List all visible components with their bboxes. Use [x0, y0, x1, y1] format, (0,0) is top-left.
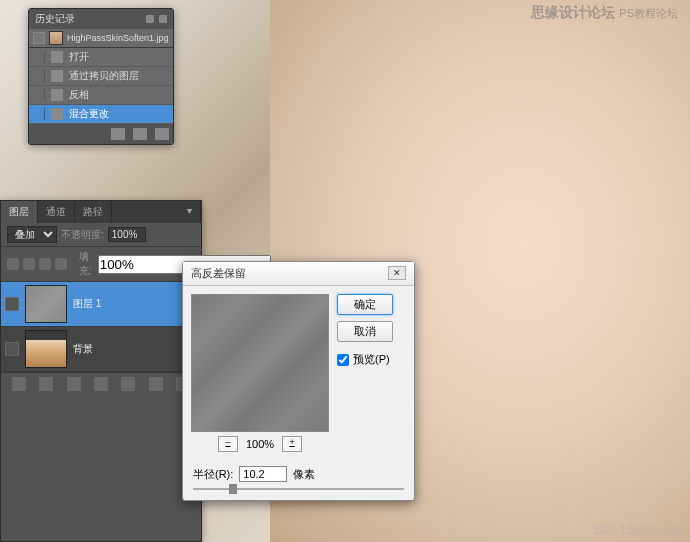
layer-row[interactable]: 背景 🔒 — [1, 327, 201, 372]
history-gutter — [33, 51, 45, 63]
layer-name[interactable]: 背景 — [73, 342, 93, 356]
visibility-toggle-icon[interactable] — [5, 342, 19, 356]
history-item[interactable]: 通过拷贝的图层 — [29, 67, 173, 86]
layer-thumbnail[interactable] — [25, 330, 67, 368]
watermark-top: 思缘设计论坛 PS教程论坛 — [531, 4, 678, 22]
link-layers-icon[interactable] — [12, 377, 26, 391]
slider-thumb[interactable] — [229, 484, 237, 494]
collapse-icon[interactable] — [146, 15, 154, 23]
history-gutter — [33, 70, 45, 82]
watermark-sub: PS教程论坛 — [619, 7, 678, 19]
history-gutter — [33, 89, 45, 101]
layer-style-icon[interactable] — [39, 377, 53, 391]
filter-preview[interactable] — [191, 294, 329, 432]
delete-icon[interactable] — [155, 128, 169, 140]
radius-unit: 像素 — [293, 467, 315, 482]
highpass-dialog: 高反差保留 ✕ – 100% + 确定 取消 预览(P) 半径(R): 像素 — [182, 261, 415, 501]
open-icon — [51, 51, 63, 63]
history-gutter — [33, 108, 45, 120]
new-layer-icon[interactable] — [149, 377, 163, 391]
close-icon[interactable] — [159, 15, 167, 23]
lock-pixels-icon[interactable] — [23, 258, 35, 270]
history-item[interactable]: 打开 — [29, 48, 173, 67]
opacity-input[interactable] — [108, 227, 146, 242]
create-document-icon[interactable] — [111, 128, 125, 140]
history-item-label: 混合更改 — [69, 107, 109, 121]
invert-icon — [51, 89, 63, 101]
radius-label: 半径(R): — [193, 467, 233, 482]
snapshot-thumbnail — [49, 31, 63, 45]
lock-fill-row: 填充: — [1, 247, 201, 282]
cancel-button[interactable]: 取消 — [337, 321, 393, 342]
tab-layers[interactable]: 图层 — [1, 201, 38, 223]
dialog-titlebar[interactable]: 高反差保留 ✕ — [183, 262, 414, 286]
history-panel-footer — [29, 124, 173, 144]
opacity-label: 不透明度: — [61, 228, 104, 242]
history-item[interactable]: 反相 — [29, 86, 173, 105]
layer-thumbnail[interactable] — [25, 285, 67, 323]
history-snapshot-row[interactable]: HighPassSkinSoften1.jpg — [29, 29, 173, 48]
ok-button[interactable]: 确定 — [337, 294, 393, 315]
tab-paths[interactable]: 路径 — [75, 201, 112, 223]
preview-checkbox-row[interactable]: 预览(P) — [337, 352, 393, 367]
radius-row: 半径(R): 像素 — [183, 460, 414, 488]
blend-change-icon — [51, 108, 63, 120]
history-panel: 历史记录 HighPassSkinSoften1.jpg 打开 通过拷贝的图层 … — [28, 8, 174, 145]
tab-channels[interactable]: 通道 — [38, 201, 75, 223]
group-icon[interactable] — [121, 377, 135, 391]
lock-transparency-icon[interactable] — [7, 258, 19, 270]
layer-name[interactable]: 图层 1 — [73, 297, 101, 311]
radius-input[interactable] — [239, 466, 287, 482]
history-list: 打开 通过拷贝的图层 反相 混合更改 — [29, 48, 173, 124]
brush-source-checkbox[interactable] — [33, 32, 45, 44]
adjustment-layer-icon[interactable] — [94, 377, 108, 391]
lock-all-icon[interactable] — [55, 258, 67, 270]
visibility-toggle-icon[interactable] — [5, 297, 19, 311]
panel-menu-icon[interactable]: ▾ — [179, 201, 201, 223]
dialog-title: 高反差保留 — [191, 266, 246, 281]
zoom-value: 100% — [246, 438, 274, 450]
layer-row[interactable]: 图层 1 — [1, 282, 201, 327]
history-panel-header[interactable]: 历史记录 — [29, 9, 173, 29]
history-item-label: 通过拷贝的图层 — [69, 69, 139, 83]
create-snapshot-icon[interactable] — [133, 128, 147, 140]
preview-checkbox[interactable] — [337, 354, 349, 366]
layer-mask-icon[interactable] — [67, 377, 81, 391]
history-item-label: 打开 — [69, 50, 89, 64]
zoom-controls: – 100% + — [191, 436, 329, 452]
blend-mode-select[interactable]: 叠加 — [7, 226, 57, 243]
lock-position-icon[interactable] — [39, 258, 51, 270]
layers-tabs: 图层 通道 路径 ▾ — [1, 201, 201, 223]
lock-icons — [7, 258, 67, 270]
zoom-out-button[interactable]: – — [218, 436, 238, 452]
history-title: 历史记录 — [35, 12, 75, 26]
preview-label: 预览(P) — [353, 352, 390, 367]
layers-panel-footer — [1, 372, 201, 395]
watermark-bottom: bbs.16xx8.com — [595, 522, 682, 537]
layers-panel: 图层 通道 路径 ▾ 叠加 不透明度: 填充: 图层 1 背景 — [0, 200, 202, 542]
blend-opacity-row: 叠加 不透明度: — [1, 223, 201, 247]
copy-layer-icon — [51, 70, 63, 82]
layer-list: 图层 1 背景 🔒 — [1, 282, 201, 372]
history-item-label: 反相 — [69, 88, 89, 102]
close-button[interactable]: ✕ — [388, 266, 406, 280]
history-panel-controls — [144, 13, 167, 25]
fill-label: 填充: — [79, 250, 92, 278]
zoom-in-button[interactable]: + — [282, 436, 302, 452]
history-item[interactable]: 混合更改 — [29, 105, 173, 124]
radius-slider[interactable] — [183, 488, 414, 500]
snapshot-filename: HighPassSkinSoften1.jpg — [67, 33, 169, 43]
watermark-main: 思缘设计论坛 — [531, 4, 615, 20]
